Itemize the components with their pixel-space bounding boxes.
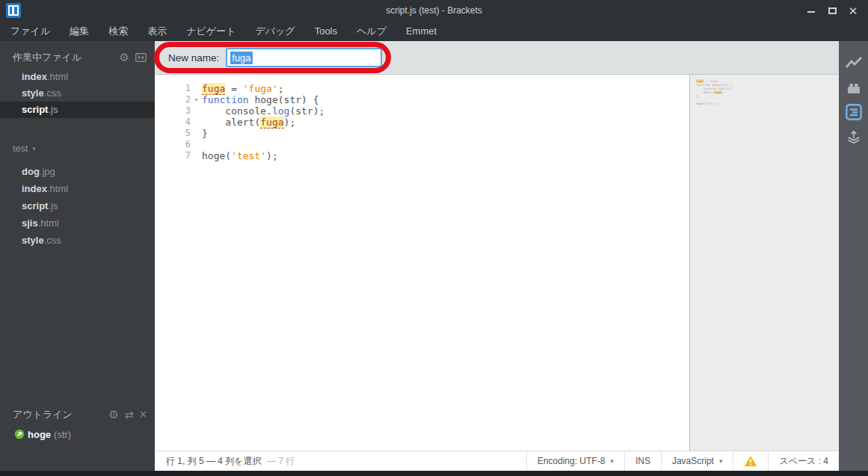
- code-text: alert(fuga);: [202, 117, 295, 128]
- new-name-input[interactable]: fuga: [226, 48, 382, 67]
- close-icon: ✕: [849, 5, 858, 16]
- gear-icon[interactable]: ⚙: [120, 52, 129, 63]
- gear-icon[interactable]: ⚙: [108, 409, 118, 420]
- menu-item[interactable]: Tools: [315, 25, 337, 37]
- minimap-segment: }: [696, 94, 698, 98]
- new-name-label: New name:: [168, 52, 219, 64]
- minimap-segment: 'test': [705, 102, 715, 105]
- code-editor[interactable]: 1fuga = 'fuga';2▾function hoge(str) {3 c…: [155, 75, 689, 451]
- selected-text: fuga: [230, 52, 252, 64]
- minimap[interactable]: fuga = 'fuga';function hoge(str) { conso…: [690, 75, 839, 451]
- working-files-list: index.htmlstyle.cssscript.js: [0, 69, 155, 118]
- code-segment: );: [266, 150, 278, 161]
- fold-spacer: [191, 128, 202, 139]
- file-extension: .js: [48, 200, 58, 211]
- menu-bar: ファイル編集検索表示ナビゲートデバッグToolsヘルプEmmet: [0, 21, 868, 41]
- code-segment: hoge(str) {: [249, 94, 319, 105]
- line-number: 2: [155, 94, 191, 105]
- menu-item[interactable]: ヘルプ: [357, 25, 387, 38]
- file-row[interactable]: index.html: [0, 69, 155, 85]
- right-toolbar: [839, 41, 868, 476]
- code-segment: 'test': [231, 150, 266, 161]
- window-title: script.js (test) - Brackets: [0, 0, 868, 21]
- code-line[interactable]: 7hoge('test');: [155, 150, 689, 161]
- code-text: }: [202, 128, 208, 139]
- code-lines: 1fuga = 'fuga';2▾function hoge(str) {3 c…: [155, 83, 689, 161]
- minimize-button[interactable]: [801, 0, 822, 21]
- menu-item[interactable]: 編集: [70, 25, 89, 38]
- menu-item[interactable]: ナビゲート: [186, 25, 236, 38]
- code-line[interactable]: 1fuga = 'fuga';: [155, 83, 689, 94]
- code-segment: console.: [202, 105, 272, 117]
- close-icon[interactable]: ×: [140, 409, 147, 420]
- file-base-name: index: [22, 71, 47, 82]
- file-extension: .html: [47, 183, 68, 194]
- file-extension: .html: [47, 71, 68, 82]
- outline-panel: アウトライン ⚙ ⇄ × hoge (str): [0, 404, 155, 471]
- maximize-icon: [828, 7, 837, 14]
- code-segment: fuga: [202, 83, 225, 95]
- minimap-segment: hoge(: [696, 102, 705, 105]
- file-row[interactable]: script.js: [0, 197, 155, 214]
- window-bottom-edge: [0, 471, 868, 476]
- cursor-position-text: 行 1, 列 5 — 4 列を選択: [166, 456, 262, 466]
- maximize-button[interactable]: [822, 0, 843, 21]
- minimap-segment: );: [716, 102, 720, 105]
- code-segment: fuga: [260, 117, 283, 129]
- code-line[interactable]: 2▾function hoge(str) {: [155, 94, 689, 105]
- file-row[interactable]: sjis.html: [0, 214, 155, 232]
- file-row[interactable]: index.html: [0, 180, 155, 197]
- insert-mode-indicator[interactable]: INS: [624, 451, 661, 471]
- code-line[interactable]: 4 alert(fuga);: [155, 117, 689, 128]
- live-preview-icon[interactable]: [845, 54, 863, 72]
- sidebar: 作業中ファイル ⚙ index.htmlstyle.cssscript.js t…: [0, 41, 155, 471]
- function-icon: [14, 429, 25, 439]
- chevron-down-icon: ▾: [32, 145, 36, 152]
- extension-manager-icon[interactable]: [845, 78, 863, 96]
- chevron-down-icon: ▾: [719, 457, 723, 465]
- outline-view-icon[interactable]: [845, 103, 863, 121]
- brackets-window: script.js (test) - Brackets ✕ ファイル編集検索表示…: [0, 0, 868, 476]
- outline-header: アウトライン ⚙ ⇄ ×: [0, 404, 155, 426]
- file-base-name: style: [22, 87, 44, 99]
- split-view-icon[interactable]: [135, 53, 147, 62]
- file-base-name: dog: [22, 166, 40, 177]
- code-line[interactable]: 6: [155, 139, 689, 150]
- encoding-select[interactable]: Encoding: UTF-8 ▾: [526, 451, 624, 471]
- line-number: 7: [155, 150, 191, 161]
- file-row[interactable]: style.css: [0, 232, 155, 249]
- menu-item[interactable]: デバッグ: [255, 25, 295, 38]
- lint-warning[interactable]: [733, 451, 768, 471]
- menu-item[interactable]: Emmet: [406, 25, 437, 37]
- fold-spacer: [191, 150, 202, 161]
- language-select[interactable]: JavaScript ▾: [661, 451, 733, 471]
- file-row[interactable]: script.js: [0, 102, 155, 118]
- working-files-title: 作業中ファイル: [13, 51, 81, 64]
- file-extension: .html: [38, 217, 59, 229]
- fold-arrow-icon[interactable]: ▾: [191, 94, 202, 105]
- fold-spacer: [191, 105, 202, 117]
- minimap-lines: fuga = 'fuga';function hoge(str) { conso…: [696, 79, 839, 105]
- outline-title: アウトライン: [13, 408, 73, 421]
- layers-upload-icon[interactable]: [845, 128, 863, 146]
- swap-icon[interactable]: ⇄: [125, 409, 134, 420]
- encoding-label: Encoding: UTF-8: [538, 456, 606, 466]
- menu-item[interactable]: 検索: [108, 25, 128, 38]
- menu-item[interactable]: ファイル: [10, 25, 50, 38]
- file-base-name: script: [22, 200, 48, 211]
- outline-item[interactable]: hoge (str): [0, 426, 155, 442]
- file-row[interactable]: style.css: [0, 85, 155, 102]
- project-header[interactable]: test ▾: [0, 142, 155, 155]
- close-button[interactable]: ✕: [843, 0, 864, 21]
- file-row[interactable]: dog.jpg: [0, 163, 155, 180]
- working-files-header: 作業中ファイル ⚙: [0, 41, 155, 69]
- code-segment: ;: [278, 83, 284, 94]
- code-line[interactable]: 3 console.log(str);: [155, 105, 689, 117]
- fold-spacer: [191, 117, 202, 128]
- menu-item[interactable]: 表示: [147, 25, 167, 38]
- code-line[interactable]: 5}: [155, 128, 689, 139]
- code-segment: hoge(: [202, 150, 231, 161]
- indent-setting[interactable]: スペース : 4: [768, 451, 839, 471]
- file-base-name: index: [22, 183, 47, 194]
- file-extension: .jpg: [40, 166, 55, 177]
